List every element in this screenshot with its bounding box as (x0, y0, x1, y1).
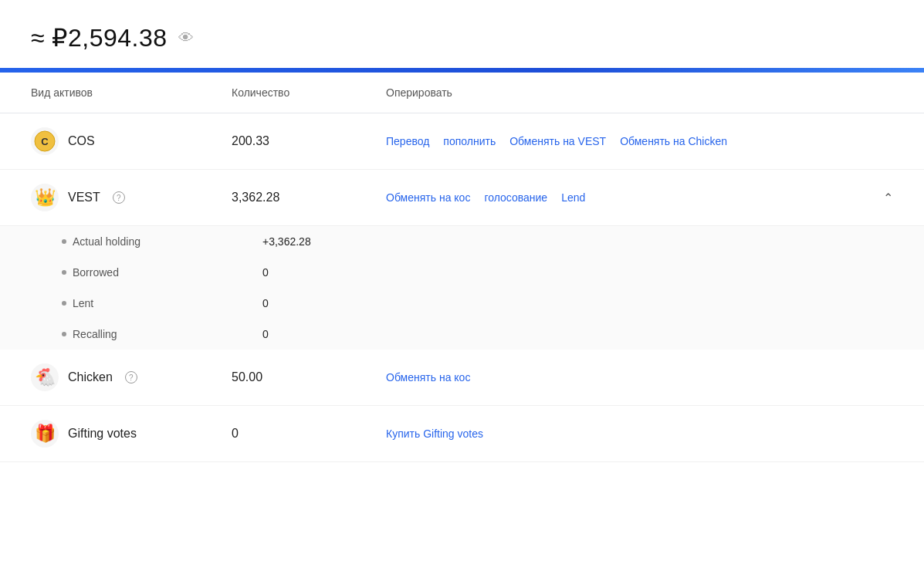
vest-amount: 3,362.28 (232, 191, 386, 204)
chicken-help-icon[interactable]: ? (125, 371, 137, 384)
recalling-label: Recalling (62, 328, 262, 340)
cos-exchange-chicken-link[interactable]: Обменять на Chicken (620, 135, 727, 147)
vest-sub-rows: Actual holding +3,362.28 Borrowed 0 Lent… (0, 226, 924, 350)
col-operate: Оперировать (386, 86, 893, 99)
col-quantity: Количество (232, 86, 386, 99)
header-section: ≈ ₽2,594.38 👁 (0, 0, 924, 68)
chicken-asset-name: 🐔 Chicken ? (31, 363, 232, 391)
vest-help-icon[interactable]: ? (113, 191, 125, 204)
lent-value: 0 (262, 297, 417, 309)
asset-row-chicken: 🐔 Chicken ? 50.00 Обменять на кос (0, 350, 924, 406)
asset-row-cos: C COS 200.33 Перевод пополнить Обменять … (0, 113, 924, 170)
borrowed-value: 0 (262, 266, 417, 279)
gifting-votes-label: Gifting votes (68, 427, 137, 441)
chicken-actions: Обменять на кос (386, 371, 893, 384)
cos-refill-link[interactable]: пополнить (443, 135, 496, 147)
balance-display: ≈ ₽2,594.38 (31, 23, 168, 52)
vest-asset-name: 👑 VEST ? (31, 184, 232, 211)
actual-holding-label: Actual holding (62, 235, 262, 248)
gift-icon: 🎁 (31, 420, 59, 448)
sub-row-lent: Lent 0 (0, 288, 924, 319)
vest-vote-link[interactable]: голосование (484, 191, 547, 204)
bullet-icon (62, 239, 66, 244)
asset-row-vest: 👑 VEST ? 3,362.28 Обменять на кос голосо… (0, 170, 924, 226)
sub-row-actual-holding: Actual holding +3,362.28 (0, 226, 924, 257)
eye-icon[interactable]: 👁 (178, 29, 194, 47)
sub-row-recalling: Recalling 0 (0, 319, 924, 350)
vest-chevron[interactable]: ⌃ (875, 191, 893, 205)
vest-exchange-cos-link[interactable]: Обменять на кос (386, 191, 470, 204)
actual-holding-value: +3,362.28 (262, 235, 417, 248)
svg-text:C: C (41, 136, 49, 147)
gifting-votes-amount: 0 (232, 427, 386, 441)
cos-asset-name: C COS (31, 127, 232, 155)
vest-label: VEST (68, 191, 100, 204)
vest-actions: Обменять на кос голосование Lend (386, 191, 875, 204)
cos-icon: C (31, 127, 59, 155)
chicken-label: Chicken (68, 370, 113, 384)
sub-row-borrowed: Borrowed 0 (0, 257, 924, 288)
bullet-icon-2 (62, 270, 66, 275)
buy-gifting-votes-link[interactable]: Купить Gifting votes (386, 427, 483, 440)
gifting-votes-asset-name: 🎁 Gifting votes (31, 420, 232, 448)
vest-icon: 👑 (31, 184, 59, 211)
asset-row-gifting-votes: 🎁 Gifting votes 0 Купить Gifting votes (0, 406, 924, 462)
borrowed-label: Borrowed (62, 266, 262, 279)
cos-amount: 200.33 (232, 134, 386, 148)
table-header: Вид активов Количество Оперировать (0, 73, 924, 113)
cos-actions: Перевод пополнить Обменять на VEST Обмен… (386, 135, 893, 147)
cos-transfer-link[interactable]: Перевод (386, 135, 429, 147)
vest-lend-link[interactable]: Lend (561, 191, 585, 204)
chicken-amount: 50.00 (232, 370, 386, 384)
lent-label: Lent (62, 297, 262, 309)
cos-exchange-vest-link[interactable]: Обменять на VEST (509, 135, 606, 147)
cos-label: COS (68, 134, 95, 148)
chicken-icon: 🐔 (31, 363, 59, 391)
chicken-exchange-cos-link[interactable]: Обменять на кос (386, 371, 470, 384)
bullet-icon-3 (62, 301, 66, 306)
gifting-votes-actions: Купить Gifting votes (386, 427, 893, 440)
recalling-value: 0 (262, 328, 417, 340)
bullet-icon-4 (62, 332, 66, 336)
col-asset-type: Вид активов (31, 86, 232, 99)
